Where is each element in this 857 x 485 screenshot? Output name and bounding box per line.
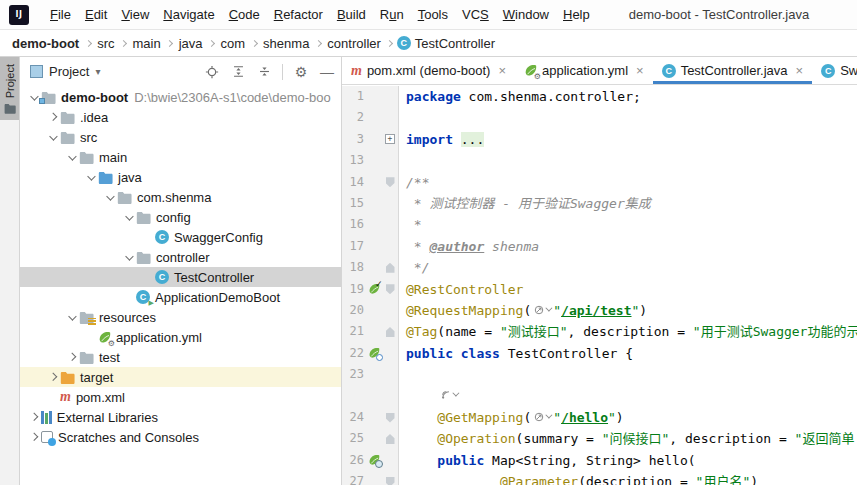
code-line-24: 24 @GetMapping("/hello") [342,407,857,428]
tree-item-pom-xml[interactable]: mpom.xml [20,387,341,407]
code-text: public class TestController { [399,343,857,364]
menu-run[interactable]: Run [373,0,411,30]
menu-help[interactable]: Help [556,0,597,30]
fold-expand-icon[interactable]: + [385,134,395,144]
menu-navigate[interactable]: Navigate [156,0,221,30]
close-icon[interactable]: × [636,63,644,78]
http-client-inlay-icon[interactable] [531,412,553,422]
chevron-down-icon[interactable] [121,210,136,225]
code-editor[interactable]: 1 package com.shenma.controller; 2 3 + i… [342,85,857,485]
tree-item-target[interactable]: target [20,367,341,387]
chevron-down-icon[interactable] [102,190,117,205]
breadcrumb-item-src[interactable]: src [95,36,116,51]
line-number: 17 [342,236,364,257]
menu-view[interactable]: View [114,0,156,30]
menu-window[interactable]: Window [496,0,556,30]
tree-item-test[interactable]: test [20,347,341,367]
breadcrumb-item-com[interactable]: com [219,36,248,51]
menu-file[interactable]: File [43,0,78,30]
menu-edit[interactable]: Edit [78,0,114,30]
menu-vcs[interactable]: VCS [455,0,496,30]
spring-bean-checked-icon[interactable]: ✓ [368,283,380,295]
http-client-inlay-icon[interactable] [531,305,553,315]
menu-code[interactable]: Code [222,0,267,30]
project-stripe-button[interactable]: Project [0,57,19,120]
line-number: 20 [342,300,364,321]
spring-endpoint-icon[interactable] [368,454,380,466]
chevron-right-icon[interactable] [45,110,60,125]
window-title: demo-boot - TestController.java [629,7,809,22]
fold-end-icon[interactable] [386,434,395,444]
line-number: 3 [342,129,364,150]
chevron-down-icon[interactable] [64,150,79,165]
menu-tools[interactable]: Tools [411,0,455,30]
hide-icon[interactable]: — [319,64,335,80]
source-folder-icon [98,171,113,184]
endpoints-inlay-icon[interactable] [437,389,460,400]
collapse-all-icon[interactable] [256,64,272,80]
tree-item-swaggerconfig[interactable]: CSwaggerConfig [20,227,341,247]
breadcrumb-item-main[interactable]: main [131,36,163,51]
tree-item-application-yml[interactable]: ⚙application.yml [20,327,341,347]
project-panel-title[interactable]: Project [49,64,89,79]
chevron-down-icon[interactable] [83,170,98,185]
chevron-right-icon[interactable] [26,410,41,425]
tab-testcontroller-java[interactable]: CTestController.java × [653,57,813,84]
breadcrumb-item-shenma[interactable]: shenma [261,36,311,51]
tree-item-demo-boot[interactable]: demo-bootD:\bwie\2306A-s1\code\demo-boo [20,87,341,107]
locate-icon[interactable] [204,64,220,80]
close-icon[interactable]: × [498,63,506,78]
line-number: 27 [342,471,364,485]
chevron-right-icon[interactable] [64,350,79,365]
folder-icon [60,111,75,124]
tree-item-resources[interactable]: resources [20,307,341,327]
spring-bean-icon[interactable] [368,347,380,359]
tree-item-applicationdemoboot[interactable]: C▶ApplicationDemoBoot [20,287,341,307]
tab-swa[interactable]: CSwa [812,57,857,84]
breadcrumb-item-testcontroller[interactable]: CTestController [397,36,495,51]
fold-end-icon[interactable] [386,327,395,337]
editor-tab-bar: mpom.xml (demo-boot) × ⚙application.yml … [342,57,857,85]
tree-item-com-shenma[interactable]: com.shenma [20,187,341,207]
expand-all-icon[interactable] [230,64,246,80]
tree-item-idea[interactable]: .idea [20,107,341,127]
code-text: package com.shenma.controller; [399,86,857,107]
breadcrumb-item-demo-boot[interactable]: demo-boot [10,36,81,51]
tab-application-yml[interactable]: ⚙application.yml × [515,57,653,84]
chevron-down-icon[interactable]: ▾ [95,66,100,77]
code-line-13: 13 [342,150,857,171]
line-number: 14 [342,172,364,193]
close-icon[interactable]: × [796,63,804,78]
tree-item-scratches-and-consoles[interactable]: Scratches and Consoles [20,427,341,447]
chevron-down-icon[interactable] [121,250,136,265]
tree-item-testcontroller[interactable]: CTestController [20,267,341,287]
breadcrumb-item-controller[interactable]: controller [325,36,382,51]
fold-start-icon[interactable] [386,177,395,187]
tree-item-java[interactable]: java [20,167,341,187]
tree-item-controller[interactable]: controller [20,247,341,267]
fold-start-icon[interactable] [386,284,395,294]
tree-item-main[interactable]: main [20,147,341,167]
tab-pom-xml-demo-boot[interactable]: mpom.xml (demo-boot) × [342,57,515,84]
tree-item-src[interactable]: src [20,127,341,147]
menu-refactor[interactable]: Refactor [267,0,330,30]
line-number: 23 [342,364,364,385]
menu-build[interactable]: Build [330,0,373,30]
main-area: Project Project ▾ ⚙— demo-bootD:\bwie\23… [0,57,857,485]
code-line-1: 1 package com.shenma.controller; [342,86,857,107]
fold-end-icon[interactable] [386,263,395,273]
code-line-14: 14 /** [342,172,857,193]
tab-label: Swa [840,63,857,78]
chevron-down-icon[interactable] [45,130,60,145]
tree-item-config[interactable]: config [20,207,341,227]
chevron-down-icon[interactable] [64,310,79,325]
target-folder-icon [60,371,75,384]
chevron-right-icon[interactable] [45,370,60,385]
fold-start-icon[interactable] [386,477,395,485]
fold-start-icon[interactable] [386,413,395,423]
breadcrumb-separator-icon [311,37,325,49]
chevron-right-icon[interactable] [26,430,41,445]
tree-item-external-libraries[interactable]: External Libraries [20,407,341,427]
settings-icon[interactable]: ⚙ [293,64,309,80]
breadcrumb-item-java[interactable]: java [177,36,205,51]
